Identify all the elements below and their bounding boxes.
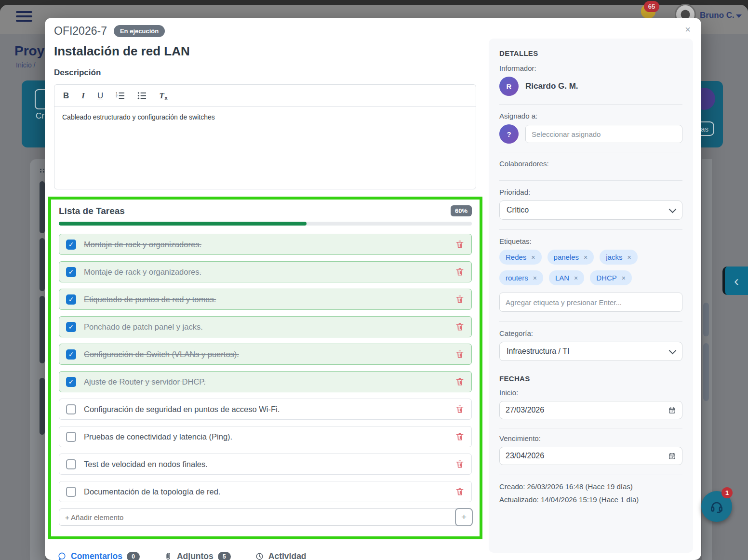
- assignee-avatar: ?: [499, 124, 519, 144]
- task-checkbox[interactable]: [66, 432, 76, 442]
- remove-tag-icon[interactable]: ×: [531, 253, 535, 261]
- task-title: Instalación de red LAN: [54, 44, 190, 59]
- background-task-card: [40, 296, 45, 363]
- bold-button[interactable]: B: [63, 91, 69, 101]
- user-menu-caret-icon[interactable]: [736, 14, 742, 18]
- task-row: ✓Ponchado de patch panel y jacks.: [59, 316, 472, 337]
- collapse-panel-button[interactable]: ‹: [722, 267, 748, 295]
- description-text[interactable]: Cableado estructurado y configuración de…: [54, 107, 476, 127]
- remove-tag-icon[interactable]: ×: [622, 274, 626, 282]
- task-checkbox[interactable]: ✓: [66, 294, 76, 305]
- task-code: OFI2026-7: [54, 25, 107, 38]
- start-date-label: Inicio:: [499, 388, 682, 397]
- delete-task-button[interactable]: [455, 459, 465, 469]
- task-checkbox[interactable]: ✓: [66, 267, 76, 277]
- trash-icon: [455, 487, 465, 496]
- task-label: Ponchado de patch panel y jacks.: [84, 322, 455, 332]
- created-text: Creado: 26/03/2026 16:48 (Hace 19 días): [499, 482, 682, 491]
- tab-adjuntos[interactable]: Adjuntos5: [164, 551, 231, 560]
- informer-name: Ricardo G. M.: [525, 81, 578, 91]
- tag-label: paneles: [554, 253, 579, 261]
- delete-task-button[interactable]: [455, 294, 465, 304]
- chevron-down-icon: [669, 205, 677, 213]
- background-task-card: [40, 238, 45, 291]
- task-row: Documentación de la topología de red.: [59, 481, 472, 502]
- delete-task-button[interactable]: [455, 322, 465, 332]
- delete-task-button[interactable]: [455, 349, 465, 359]
- task-row: ✓Montaje de rack y organizadores.: [59, 234, 472, 255]
- task-row: Configuración de seguridad en puntos de …: [59, 399, 472, 420]
- tags-list: Redes×paneles×jacks×routers×LAN×DHCP×: [499, 250, 682, 285]
- background-task-card: [40, 181, 45, 233]
- task-checkbox[interactable]: [66, 404, 76, 414]
- task-row: ✓Etiquetado de puntos de red y tomas.: [59, 289, 472, 310]
- details-heading: DETALLES: [499, 49, 682, 57]
- informer-label: Informador:: [499, 64, 682, 72]
- delete-task-button[interactable]: [455, 487, 465, 496]
- svg-text:2: 2: [116, 94, 118, 98]
- due-date-value: 23/04/2026: [506, 452, 544, 460]
- task-checkbox[interactable]: [66, 487, 76, 497]
- collaborators-label: Colaboradores:: [499, 160, 682, 168]
- remove-tag-icon[interactable]: ×: [627, 253, 631, 261]
- add-item-input[interactable]: [59, 513, 471, 521]
- add-item-row: +: [59, 508, 472, 526]
- remove-tag-icon[interactable]: ×: [533, 274, 537, 282]
- tag-chip: DHCP×: [590, 270, 632, 285]
- background-task-card: [703, 303, 709, 336]
- tag-chip: routers×: [499, 270, 543, 285]
- calendar-icon: [668, 452, 676, 460]
- checklist-progress-bar: [59, 222, 472, 226]
- tab-comentarios[interactable]: Comentarios0: [57, 551, 140, 560]
- delete-task-button[interactable]: [455, 404, 465, 414]
- start-date-input[interactable]: 27/03/2026: [499, 401, 682, 419]
- calendar-icon: [668, 406, 676, 414]
- tags-label: Etiquetas:: [499, 237, 682, 245]
- due-date-input[interactable]: 23/04/2026: [499, 447, 682, 465]
- remove-tag-icon[interactable]: ×: [574, 274, 578, 282]
- clear-format-button[interactable]: Tx: [159, 91, 168, 101]
- paperclip-icon: [164, 552, 173, 560]
- category-select[interactable]: Infraestructura / TI: [499, 342, 682, 361]
- task-checkbox[interactable]: ✓: [66, 240, 76, 250]
- priority-label: Prioridad:: [499, 188, 682, 196]
- add-item-button[interactable]: +: [455, 508, 473, 526]
- task-checkbox[interactable]: [66, 459, 76, 469]
- task-checkbox[interactable]: ✓: [66, 377, 76, 387]
- priority-value: Crítico: [507, 206, 529, 214]
- tab-actividad[interactable]: Actividad: [255, 551, 307, 560]
- notification-count-badge: 65: [644, 1, 659, 12]
- task-checkbox[interactable]: ✓: [66, 322, 76, 332]
- chevron-down-icon: [669, 347, 677, 354]
- trash-icon: [455, 459, 465, 469]
- task-label: Configuración de Switch (VLANs y puertos…: [84, 350, 455, 359]
- tag-input[interactable]: [499, 293, 682, 312]
- dates-heading: FECHAS: [499, 374, 682, 383]
- delete-task-button[interactable]: [455, 267, 465, 277]
- user-name[interactable]: Bruno C.: [700, 11, 735, 20]
- italic-button[interactable]: I: [81, 91, 85, 101]
- close-icon[interactable]: ×: [685, 25, 691, 34]
- underline-button[interactable]: U: [97, 91, 103, 101]
- breadcrumb: Inicio /: [16, 61, 35, 69]
- editor-toolbar: B I U 12 Tx: [54, 85, 476, 107]
- description-editor: B I U 12 Tx Cableado estructurado y conf…: [54, 84, 476, 189]
- category-label: Categoría:: [499, 329, 682, 337]
- task-label: Test de velocidad en nodos finales.: [84, 460, 455, 469]
- category-value: Infraestructura / TI: [507, 347, 569, 356]
- hamburger-menu-icon[interactable]: [16, 11, 32, 24]
- task-checkbox[interactable]: ✓: [66, 349, 76, 360]
- delete-task-button[interactable]: [455, 432, 465, 441]
- delete-task-button[interactable]: [455, 240, 465, 249]
- task-label: Configuración de seguridad en puntos de …: [84, 405, 455, 414]
- ordered-list-button[interactable]: 12: [116, 92, 125, 100]
- remove-tag-icon[interactable]: ×: [584, 253, 588, 261]
- tag-chip: Redes×: [499, 250, 542, 265]
- delete-task-button[interactable]: [455, 377, 465, 387]
- background-create-button[interactable]: Cr: [22, 80, 45, 147]
- priority-select[interactable]: Crítico: [499, 200, 682, 220]
- due-date-label: Vencimiento:: [499, 434, 682, 442]
- assignee-input[interactable]: [525, 125, 682, 143]
- bullet-list-button[interactable]: [137, 92, 147, 100]
- task-label: Montaje de rack y organizadores.: [84, 240, 455, 249]
